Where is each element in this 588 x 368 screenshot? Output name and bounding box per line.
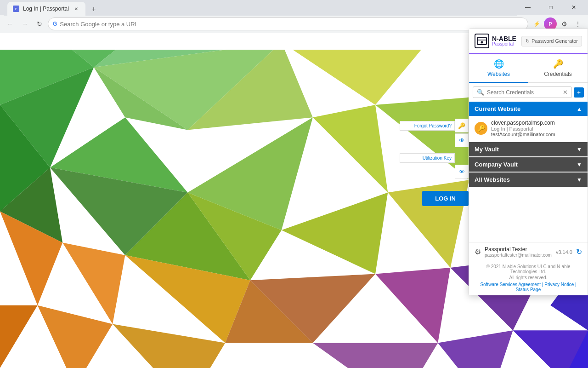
popup-footer: ⚙ Passportal Tester passportaltester@mai… (469, 242, 588, 261)
side-key-icon[interactable]: 🔑 (455, 119, 469, 132)
footer-email: passportaltester@mailinator.com (485, 253, 552, 258)
svg-point-65 (481, 41, 483, 44)
pwd-gen-icon: ↻ (526, 38, 530, 44)
all-websites-label: All Websites (475, 176, 510, 183)
logo-text: N-ABLE Passportal (492, 35, 516, 46)
version-label: v3.14.0 (556, 249, 572, 255)
maximize-button[interactable]: □ (540, 0, 561, 15)
search-clear-icon[interactable]: ✕ (563, 89, 568, 96)
current-website-chevron: ▲ (577, 106, 582, 112)
credential-site-url: clover.passportalmsp.com (491, 120, 582, 126)
svg-marker-37 (38, 305, 113, 368)
privacy-notice-link[interactable]: Privacy Notice (544, 282, 574, 287)
svg-marker-36 (0, 305, 38, 368)
side-eye-icon-2[interactable]: 👁 (455, 165, 469, 178)
all-websites-section-header[interactable]: All Websites ▼ (469, 172, 588, 187)
close-button[interactable]: ✕ (563, 0, 584, 15)
tab-credentials[interactable]: 🔑 Credentials (528, 54, 588, 82)
my-vault-label: My Vault (475, 146, 499, 153)
company-vault-chevron: ▼ (577, 161, 582, 168)
forgot-password-link[interactable]: Forgot Password? (400, 121, 455, 131)
password-generator-button[interactable]: ↻ Password Generator (521, 36, 582, 46)
svg-marker-46 (438, 330, 513, 368)
tab-favicon: P (13, 6, 19, 12)
logo-icon (475, 34, 489, 48)
popup-tabs: 🌐 Websites 🔑 Credentials (469, 54, 588, 83)
new-tab-button[interactable]: + (87, 3, 100, 16)
my-vault-chevron: ▼ (577, 146, 582, 153)
back-button[interactable]: ← (4, 17, 17, 30)
browser-tab[interactable]: P Log In | Passportal ✕ (7, 2, 85, 16)
credential-item[interactable]: 🔑 clover.passportalmsp.com Log In | Pass… (469, 116, 588, 141)
credential-info: clover.passportalmsp.com Log In | Passpo… (491, 120, 582, 137)
svg-rect-63 (477, 37, 486, 45)
reload-button[interactable]: ↻ (33, 17, 46, 30)
title-bar: P Log In | Passportal ✕ + — □ ✕ (0, 0, 588, 15)
footer-links: © 2021 N-able Solutions ULC and N-able T… (469, 261, 588, 295)
separator-2: | (575, 282, 577, 287)
settings-gear-icon[interactable]: ⚙ (475, 247, 481, 256)
login-button[interactable]: LOG IN (422, 191, 469, 206)
software-services-link[interactable]: Software Services Agreement (480, 282, 541, 287)
refresh-icon[interactable]: ↻ (576, 247, 582, 256)
copyright-text: © 2021 N-able Solutions ULC and N-able T… (475, 264, 582, 274)
svg-marker-39 (375, 268, 450, 343)
popup-logo: N-ABLE Passportal (475, 34, 516, 48)
svg-marker-16 (282, 50, 438, 105)
current-website-label: Current Website (475, 105, 520, 112)
minimize-button[interactable]: — (517, 0, 538, 15)
popup-spacer (469, 187, 588, 242)
credential-title: Log In | Passportal (491, 126, 582, 132)
websites-label: Websites (487, 71, 510, 77)
add-credential-button[interactable]: + (574, 87, 584, 98)
websites-icon: 🌐 (494, 59, 504, 69)
address-text: Search Google or type a URL (60, 21, 138, 28)
tab-close-btn[interactable]: ✕ (73, 5, 80, 12)
search-container: 🔍 ✕ + (473, 86, 584, 98)
passportal-popup: N-ABLE Passportal ↻ Password Generator 🌐… (469, 29, 588, 295)
current-website-section-header[interactable]: Current Website ▲ (469, 102, 588, 116)
utilization-key-link[interactable]: Utilization Key (400, 153, 455, 163)
company-vault-label: Company Vault (475, 161, 518, 168)
side-panel: 🔑 👁 Forgot Password? 👁 Utilization Key (455, 50, 469, 179)
tab-title: Log In | Passportal (23, 6, 69, 12)
tab-websites[interactable]: 🌐 Websites (469, 54, 528, 83)
window-controls: — □ ✕ (517, 0, 584, 15)
credentials-icon: 🔑 (553, 59, 563, 69)
address-bar[interactable]: G Search Google or type a URL (48, 17, 528, 30)
all-websites-chevron: ▼ (577, 177, 582, 183)
credential-username: testAccount@mailinator.com (491, 132, 582, 137)
credential-icon: 🔑 (475, 122, 487, 135)
forward-button[interactable]: → (18, 17, 31, 30)
search-icon: 🔍 (477, 89, 484, 96)
svg-marker-45 (313, 343, 438, 368)
search-input[interactable] (487, 89, 560, 96)
footer-username: Passportal Tester (485, 246, 552, 253)
my-vault-section-header[interactable]: My Vault ▼ (469, 142, 588, 156)
search-bar: 🔍 ✕ (473, 86, 572, 98)
popup-header: N-ABLE Passportal ↻ Password Generator (469, 29, 588, 54)
svg-marker-38 (113, 324, 225, 368)
credentials-label: Credentials (544, 71, 572, 77)
legal-links: Software Services Agreement | Privacy No… (475, 282, 582, 292)
rights-text: All rights reserved. (475, 275, 582, 280)
brand-name: N-ABLE (492, 35, 516, 42)
status-page-link[interactable]: Status Page (516, 287, 541, 292)
svg-marker-34 (62, 243, 125, 324)
svg-marker-23 (313, 105, 388, 193)
company-vault-section-header[interactable]: Company Vault ▼ (469, 157, 588, 172)
google-icon: G (53, 21, 57, 27)
footer-user-info: Passportal Tester passportaltester@maili… (485, 246, 552, 258)
side-eye-icon-1[interactable]: 👁 (455, 133, 469, 147)
brand-sub: Passportal (492, 42, 516, 46)
pwd-gen-label: Password Generator (531, 38, 578, 44)
svg-marker-29 (282, 193, 388, 274)
